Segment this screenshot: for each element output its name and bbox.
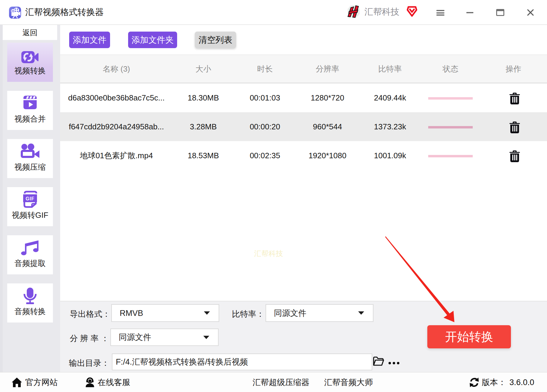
svg-text:GIF: GIF	[26, 196, 35, 201]
